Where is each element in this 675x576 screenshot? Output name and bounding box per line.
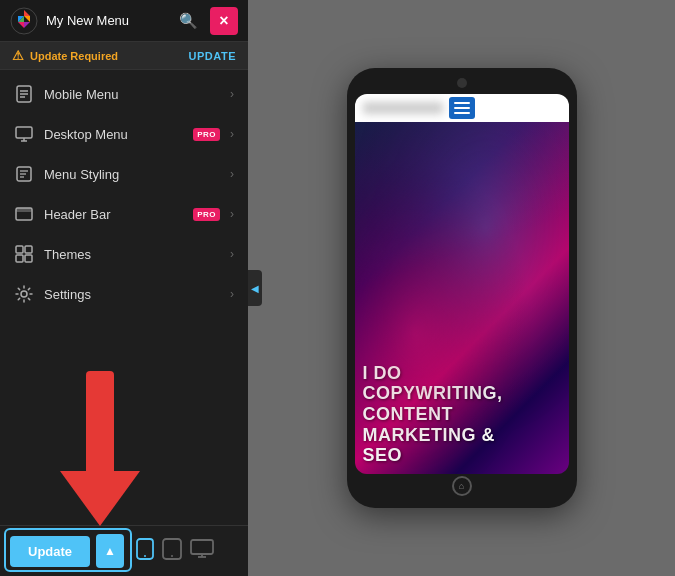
sidebar-item-mobile-menu[interactable]: Mobile Menu ›: [0, 74, 248, 114]
menu-styling-label: Menu Styling: [44, 167, 220, 182]
url-bar-blurred: [363, 102, 443, 114]
sidebar-item-settings[interactable]: Settings ›: [0, 274, 248, 314]
themes-chevron: ›: [230, 247, 234, 261]
desktop-menu-label: Desktop Menu: [44, 127, 183, 142]
desktop-menu-chevron: ›: [230, 127, 234, 141]
svg-rect-11: [16, 127, 32, 138]
settings-label: Settings: [44, 287, 220, 302]
settings-icon: [14, 284, 34, 304]
svg-rect-23: [25, 255, 32, 262]
hamburger-line-1: [454, 102, 470, 104]
warning-icon: ⚠: [12, 48, 24, 63]
header-bar-pro-badge: PRO: [193, 208, 220, 221]
menu-styling-icon: [14, 164, 34, 184]
update-warning: ⚠ Update Required: [12, 48, 118, 63]
header-bar-icon: [14, 204, 34, 224]
hamburger-line-2: [454, 107, 470, 109]
hamburger-line-3: [454, 112, 470, 114]
themes-label: Themes: [44, 247, 220, 262]
svg-rect-20: [16, 246, 23, 253]
arrow-up-button[interactable]: ▲: [96, 534, 124, 568]
svg-point-28: [171, 555, 173, 557]
device-icons-group: [136, 538, 214, 564]
tablet-device-icon[interactable]: [162, 538, 182, 564]
svg-point-24: [21, 291, 27, 297]
svg-rect-33: [355, 122, 569, 474]
mobile-menu-icon: [14, 84, 34, 104]
collapse-sidebar-tab[interactable]: ◀: [248, 270, 262, 306]
desktop-device-icon[interactable]: [190, 539, 214, 563]
sidebar-item-menu-styling[interactable]: Menu Styling ›: [0, 154, 248, 194]
themes-icon: [14, 244, 34, 264]
sidebar-item-header-bar[interactable]: Header Bar PRO ›: [0, 194, 248, 234]
menu-items-list: Mobile Menu › Desktop Menu PRO ›: [0, 70, 248, 525]
phone-footer: ⌂: [355, 474, 569, 498]
update-button[interactable]: Update: [10, 536, 90, 567]
settings-chevron: ›: [230, 287, 234, 301]
update-now-link[interactable]: UPDATE: [189, 50, 236, 62]
svg-rect-19: [16, 208, 32, 212]
sidebar-header: My New Menu 🔍 ×: [0, 0, 248, 42]
sidebar-item-desktop-menu[interactable]: Desktop Menu PRO ›: [0, 114, 248, 154]
app-logo-icon: [10, 7, 38, 35]
menu-styling-chevron: ›: [230, 167, 234, 181]
sidebar-title: My New Menu: [46, 13, 166, 28]
phone-hero-image: I DOCOPYWRITING,CONTENTMARKETING &SEO: [355, 122, 569, 474]
mobile-device-icon[interactable]: [136, 538, 154, 564]
sidebar: My New Menu 🔍 × ⚠ Update Required UPDATE…: [0, 0, 248, 576]
main-preview-area: I DOCOPYWRITING,CONTENTMARKETING &SEO ⌂: [248, 0, 675, 576]
phone-mockup: I DOCOPYWRITING,CONTENTMARKETING &SEO ⌂: [347, 68, 577, 508]
svg-rect-22: [16, 255, 23, 262]
update-required-text: Update Required: [30, 50, 118, 62]
sidebar-bottom-bar: Update ▲: [0, 525, 248, 576]
search-button[interactable]: 🔍: [174, 7, 202, 35]
header-bar-label: Header Bar: [44, 207, 183, 222]
close-button[interactable]: ×: [210, 7, 238, 35]
phone-camera: [457, 78, 467, 88]
mobile-menu-label: Mobile Menu: [44, 87, 220, 102]
desktop-menu-pro-badge: PRO: [193, 128, 220, 141]
svg-rect-29: [191, 540, 213, 554]
hamburger-button[interactable]: [449, 97, 475, 119]
phone-home-button[interactable]: ⌂: [452, 476, 472, 496]
header-bar-chevron: ›: [230, 207, 234, 221]
browser-bar: [355, 94, 569, 122]
mobile-menu-chevron: ›: [230, 87, 234, 101]
phone-screen: I DOCOPYWRITING,CONTENTMARKETING &SEO: [355, 94, 569, 474]
sidebar-item-themes[interactable]: Themes ›: [0, 234, 248, 274]
svg-rect-21: [25, 246, 32, 253]
update-banner: ⚠ Update Required UPDATE: [0, 42, 248, 70]
svg-point-26: [144, 555, 146, 557]
desktop-menu-icon: [14, 124, 34, 144]
